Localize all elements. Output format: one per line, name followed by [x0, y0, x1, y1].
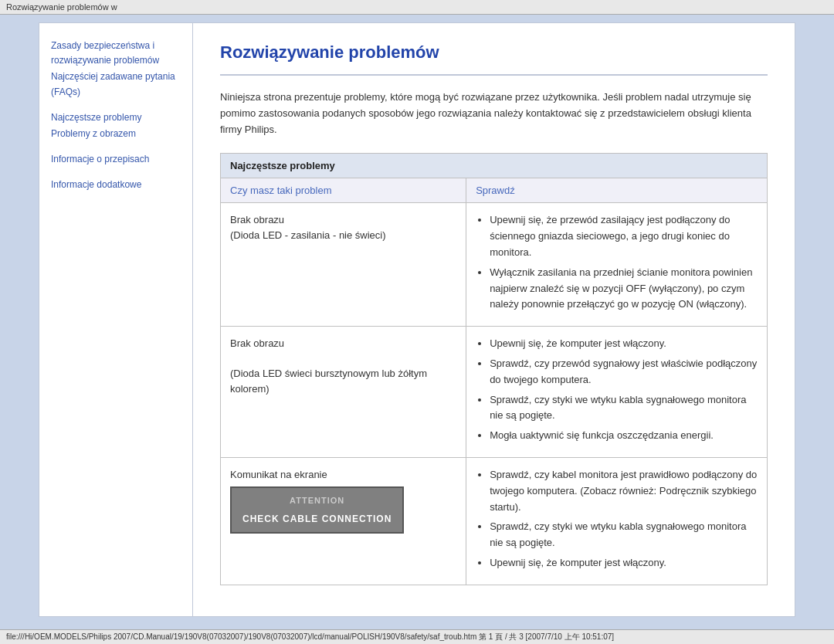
table-row: Komunikat na ekranie ATTENTION CHECK CAB…	[221, 458, 767, 585]
problem-cell-1: Brak obrazu(Dioda LED - zasilania - nie …	[221, 203, 466, 326]
section-header: Najczęstsze problemy	[221, 154, 767, 178]
solution-item: Upewnij się, że komputer jest włączony.	[490, 555, 758, 571]
col-check-header: Sprawdź	[466, 178, 767, 202]
left-panel	[8, 22, 39, 617]
attention-message: CHECK CABLE CONNECTION	[242, 512, 392, 526]
sidebar-item-safety[interactable]: Zasady bezpieczeństwa i rozwiązywanie pr…	[51, 39, 181, 68]
problems-table: Najczęstsze problemy Czy masz taki probl…	[220, 153, 768, 585]
sidebar-item-image[interactable]: Problemy z obrazem	[51, 127, 181, 141]
sidebar-item-regulations[interactable]: Informacje o przepisach	[51, 152, 181, 167]
title-bar-text: Rozwiązywanie problemów w	[6, 2, 117, 12]
solution-cell-1: Upewnij się, że przewód zasilający jest …	[466, 203, 767, 326]
problem-label-3: Komunikat na ekranie	[230, 469, 327, 480]
sidebar: Zasady bezpieczeństwa i rozwiązywanie pr…	[39, 22, 193, 617]
page-title: Rozwiązywanie problemów	[220, 42, 768, 63]
attention-title: ATTENTION	[242, 494, 392, 507]
attention-box: ATTENTION CHECK CABLE CONNECTION	[230, 486, 404, 534]
sidebar-item-additional[interactable]: Informacje dodatkowe	[51, 178, 181, 192]
right-panel	[795, 22, 826, 617]
table-row: Brak obrazu(Dioda LED - zasilania - nie …	[221, 203, 767, 327]
solution-item: Upewnij się, że komputer jest włączony.	[490, 336, 758, 352]
sidebar-item-faq[interactable]: Najczęściej zadawane pytania (FAQs)	[51, 69, 181, 99]
solution-item: Sprawdź, czy przewód sygnałowy jest właś…	[490, 356, 758, 388]
col-problem-header: Czy masz taki problem	[221, 178, 466, 202]
solution-item: Wyłącznik zasilania na przedniej ścianie…	[490, 265, 758, 313]
title-bar: Rozwiązywanie problemów w	[0, 0, 834, 15]
problem-text-1: Brak obrazu(Dioda LED - zasilania - nie …	[230, 214, 386, 241]
content-area: Rozwiązywanie problemów Niniejsza strona…	[193, 22, 795, 617]
status-bar-text: file:///Hi/OEM.MODELS/Philips 2007/CD.Ma…	[6, 632, 614, 641]
solution-item: Mogła uaktywnić się funkcja oszczędzania…	[490, 428, 758, 444]
sidebar-item-common[interactable]: Najczęstsze problemy	[51, 110, 181, 125]
problem-text-2: Brak obrazu(Dioda LED świeci bursztynowy…	[230, 337, 427, 395]
solution-item: Sprawdź, czy kabel monitora jest prawidł…	[490, 467, 758, 515]
main-wrapper: Zasady bezpieczeństwa i rozwiązywanie pr…	[0, 15, 834, 625]
solution-cell-3: Sprawdź, czy kabel monitora jest prawidł…	[466, 458, 767, 585]
solution-item: Upewnij się, że przewód zasilający jest …	[490, 212, 758, 260]
table-header-row: Czy masz taki problem Sprawdź	[221, 178, 767, 203]
intro-text: Niniejsza strona prezentuje problemy, kt…	[220, 90, 768, 137]
solution-item: Sprawdź, czy styki we wtyku kabla sygnał…	[490, 519, 758, 551]
title-divider	[220, 74, 768, 76]
solution-cell-2: Upewnij się, że komputer jest włączony. …	[466, 327, 767, 457]
status-bar: file:///Hi/OEM.MODELS/Philips 2007/CD.Ma…	[0, 629, 834, 644]
problem-cell-3: Komunikat na ekranie ATTENTION CHECK CAB…	[221, 458, 466, 585]
problem-cell-2: Brak obrazu(Dioda LED świeci bursztynowy…	[221, 327, 466, 457]
table-row: Brak obrazu(Dioda LED świeci bursztynowy…	[221, 327, 767, 458]
solution-item: Sprawdź, czy styki we wtyku kabla sygnał…	[490, 392, 758, 425]
